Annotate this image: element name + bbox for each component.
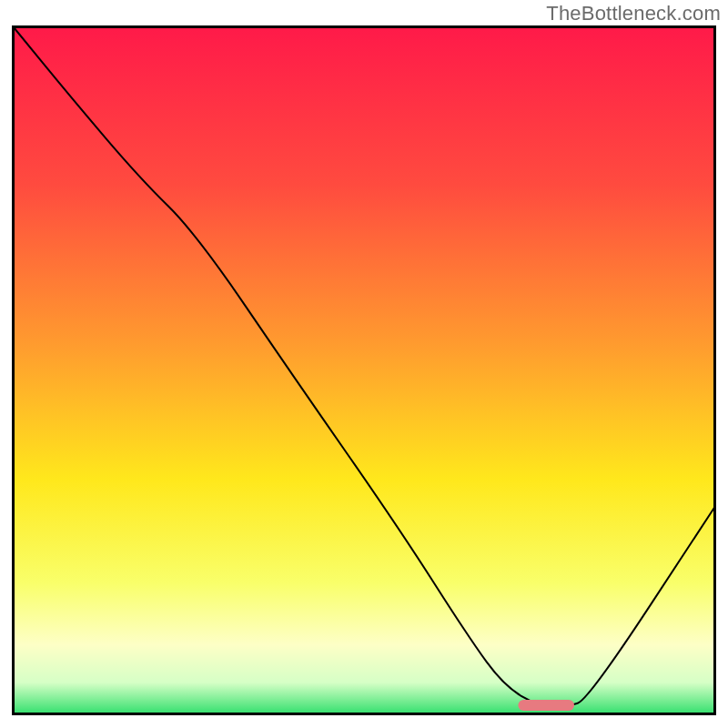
- chart-container: [12, 25, 716, 715]
- watermark-text: TheBottleneck.com: [546, 2, 721, 25]
- gradient-background: [14, 27, 714, 713]
- optimal-marker: [518, 700, 574, 711]
- bottleneck-chart: [12, 25, 716, 715]
